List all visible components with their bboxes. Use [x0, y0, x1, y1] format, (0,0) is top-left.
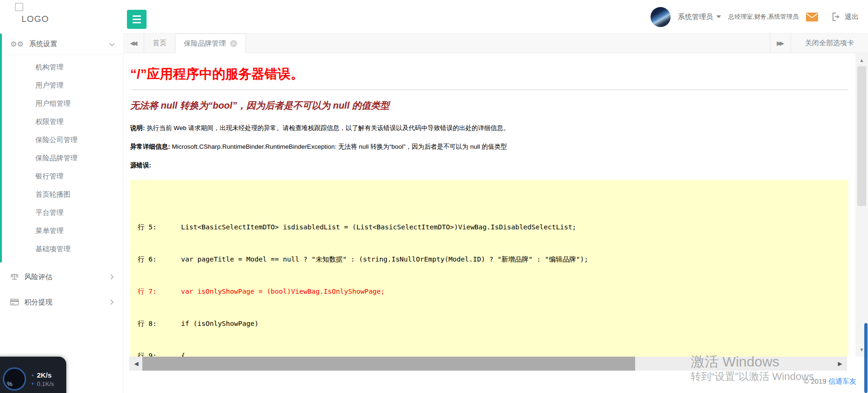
scale-icon — [10, 273, 19, 281]
sidebar-item-risk-assessment[interactable]: 风险评估 — [0, 266, 123, 288]
tab-insurance-brand-mgmt[interactable]: 保险品牌管理 ✕ — [175, 34, 246, 53]
divider — [130, 90, 848, 90]
tabs-scroll-right-button[interactable]: ▶▶ — [770, 34, 791, 53]
envelope-icon — [806, 13, 818, 21]
source-error-code-block: 行 5: List<BasicSelectItemDTO> isdisabled… — [130, 180, 848, 357]
user-roles: 总经理室,财务,系统管理员 — [728, 13, 798, 21]
user-dropdown[interactable]: 系统管理员 — [678, 13, 721, 21]
caret-down-icon — [716, 15, 721, 18]
scroll-right-arrow[interactable]: ▶ — [833, 357, 847, 371]
netspeed-gauge: % — [3, 367, 26, 391]
netspeed-widget: % ▲ 2K/s ▼ 0.1K/s — [0, 357, 66, 393]
code-line-highlighted: 行 7: var isOnlyShowPage = (bool)ViewBag.… — [138, 286, 841, 297]
mail-button[interactable] — [806, 13, 818, 21]
sidebar: ⚙⚙ 系统设置 机构管理 用户管理 用户组管理 权限管理 保险公司管理 保险品牌… — [0, 34, 124, 393]
code-line: 行 5: List<BasicSelectItemDTO> isdisabled… — [138, 222, 841, 233]
vertical-scrollbar[interactable]: ▲ ▼ — [855, 53, 868, 357]
page-footer: © 2019 信通车友 — [124, 371, 868, 393]
sidebar-item-insurance-company-mgmt[interactable]: 保险公司管理 — [2, 131, 123, 149]
sidebar-item-menu-mgmt[interactable]: 菜单管理 — [2, 221, 123, 240]
logout-label: 退出 — [845, 13, 859, 21]
sidebar-item-platform-mgmt[interactable]: 平台管理 — [2, 203, 123, 221]
code-line: 行 6: var pageTitle = Model == null ? "未知… — [138, 254, 841, 265]
up-arrow-icon: ▲ — [31, 373, 35, 377]
close-all-tabs-button[interactable]: 关闭全部选项卡 — [791, 34, 868, 53]
credit-card-icon — [10, 298, 19, 306]
sign-out-icon — [832, 13, 841, 21]
server-error-document: “/”应用程序中的服务器错误。 无法将 null 转换为“bool”，因为后者是… — [124, 53, 852, 357]
username: 系统管理员 — [678, 13, 713, 21]
tabs-scroll-left-button[interactable]: ◀◀ — [124, 34, 144, 53]
chevron-right-icon — [108, 299, 113, 304]
vertical-scroll-thumb[interactable] — [857, 66, 866, 206]
horizontal-scrollbar[interactable]: ◀ ▶ — [129, 357, 847, 371]
upload-speed: ▲ 2K/s — [31, 371, 54, 379]
brand-link[interactable]: 信通车友 — [828, 377, 856, 385]
avatar[interactable] — [651, 7, 671, 27]
hamburger-icon — [133, 15, 141, 17]
sidebar-item-home-carousel[interactable]: 首页轮播图 — [2, 185, 123, 203]
sidebar-item-system-settings[interactable]: ⚙⚙ 系统设置 — [2, 34, 123, 55]
logo-text: LOGO — [21, 14, 49, 24]
browser-scrollbar-thumb[interactable] — [864, 323, 868, 393]
chevron-down-icon — [109, 41, 114, 46]
content-viewport: “/”应用程序中的服务器错误。 无法将 null 转换为“bool”，因为后者是… — [124, 53, 868, 357]
copyright: © 2019 信通车友 — [804, 377, 856, 386]
source-error-label: 源错误: — [130, 161, 848, 170]
scroll-left-arrow[interactable]: ◀ — [129, 357, 143, 371]
gears-icon: ⚙⚙ — [10, 41, 24, 48]
tabbar-spacer — [246, 34, 770, 53]
system-settings-submenu: 机构管理 用户管理 用户组管理 权限管理 保险公司管理 保险品牌管理 银行管理 … — [2, 55, 123, 262]
logo-area: LOGO — [0, 0, 124, 34]
tab-home[interactable]: 首页 — [144, 34, 175, 53]
error-subtitle: 无法将 null 转换为“bool”，因为后者是不可以为 null 的值类型 — [130, 99, 848, 112]
close-tab-icon[interactable]: ✕ — [230, 40, 237, 47]
sidebar-section-system-settings: ⚙⚙ 系统设置 机构管理 用户管理 用户组管理 权限管理 保险公司管理 保险品牌… — [0, 34, 123, 262]
horizontal-scroll-thumb[interactable] — [142, 357, 635, 371]
code-line: 行 8: if (isOnlyShowPage) — [138, 318, 841, 329]
chevron-right-icon — [108, 274, 113, 279]
exception-details: 异常详细信息: Microsoft.CSharp.RuntimeBinder.R… — [130, 143, 848, 151]
sidebar-item-permission-mgmt[interactable]: 权限管理 — [2, 112, 123, 131]
sidebar-item-user-group-mgmt[interactable]: 用户组管理 — [2, 94, 123, 112]
header-right: 系统管理员 总经理室,财务,系统管理员 退出 — [651, 0, 859, 34]
main-area: ◀◀ 首页 保险品牌管理 ✕ ▶▶ 关闭全部选项卡 “/”应用程序中的服务器错误… — [124, 34, 868, 393]
code-line: 行 9: { — [138, 351, 841, 357]
sidebar-item-insurance-brand-mgmt[interactable]: 保险品牌管理 — [2, 149, 123, 167]
download-speed: ▼ 0.1K/s — [31, 380, 54, 387]
down-arrow-icon: ▼ — [31, 382, 35, 386]
sidebar-item-points-withdrawal[interactable]: 积分提现 — [0, 291, 123, 313]
tab-bar: ◀◀ 首页 保险品牌管理 ✕ ▶▶ 关闭全部选项卡 — [124, 34, 868, 53]
top-header: LOGO 系统管理员 总经理室,财务,系统管理员 — [0, 0, 868, 34]
sidebar-toggle-button[interactable] — [127, 10, 147, 29]
sidebar-item-bank-mgmt[interactable]: 银行管理 — [2, 167, 123, 185]
sidebar-item-user-mgmt[interactable]: 用户管理 — [2, 76, 123, 94]
scroll-up-arrow[interactable]: ▲ — [855, 55, 868, 65]
sidebar-item-org-mgmt[interactable]: 机构管理 — [2, 58, 123, 76]
error-description: 说明: 执行当前 Web 请求期间，出现未经处理的异常。请检查堆栈跟踪信息，以了… — [130, 124, 848, 132]
app-window: LOGO 系统管理员 总经理室,财务,系统管理员 — [0, 0, 868, 393]
sidebar-item-basic-item-mgmt[interactable]: 基础项管理 — [2, 240, 123, 258]
logo-icon — [15, 3, 23, 11]
logout-button[interactable]: 退出 — [832, 13, 859, 21]
error-title: “/”应用程序中的服务器错误。 — [130, 65, 848, 83]
